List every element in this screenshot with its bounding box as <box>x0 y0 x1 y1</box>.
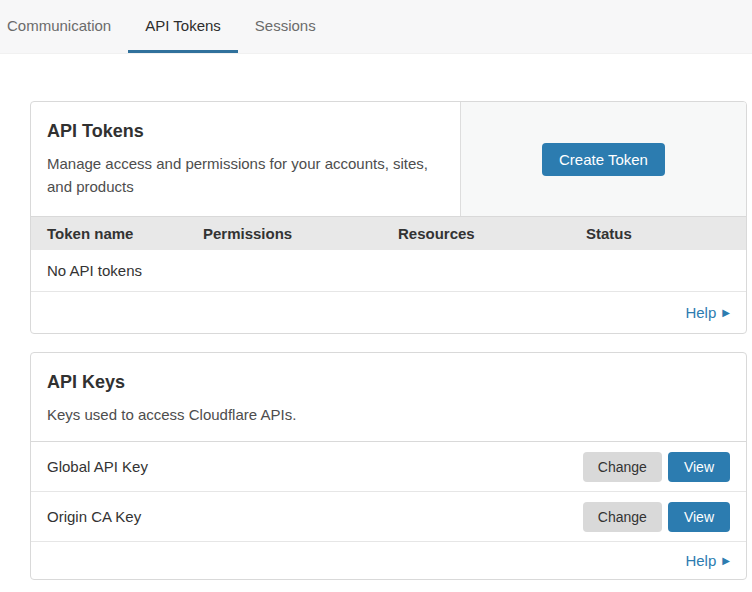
column-header-resources: Resources <box>398 225 586 242</box>
api-keys-card-header: API Keys Keys used to access Cloudflare … <box>31 353 746 442</box>
change-button-origin-ca-key[interactable]: Change <box>583 502 662 532</box>
create-token-button[interactable]: Create Token <box>542 143 665 176</box>
view-button-origin-ca-key[interactable]: View <box>668 502 730 532</box>
api-key-name-origin-ca: Origin CA Key <box>47 508 141 525</box>
api-tokens-card: API Tokens Manage access and permissions… <box>30 101 747 334</box>
arrow-right-icon: ▶ <box>722 556 730 566</box>
help-link-label: Help <box>685 552 716 569</box>
api-keys-card-description: Keys used to access Cloudflare APIs. <box>47 403 437 426</box>
api-tokens-card-title: API Tokens <box>47 121 444 142</box>
tab-bar: Communication API Tokens Sessions <box>0 0 752 54</box>
api-keys-help-row: Help ▶ <box>31 542 746 579</box>
arrow-right-icon: ▶ <box>722 308 730 318</box>
api-key-row-origin-ca: Origin CA Key Change View <box>31 492 746 542</box>
api-key-actions-global: Change View <box>583 452 730 482</box>
view-button-global-api-key[interactable]: View <box>668 452 730 482</box>
api-tokens-card-description: Manage access and permissions for your a… <box>47 152 437 199</box>
tab-sessions[interactable]: Sessions <box>238 0 333 53</box>
tab-communication[interactable]: Communication <box>0 0 128 53</box>
empty-tokens-message: No API tokens <box>31 250 746 292</box>
api-keys-card: API Keys Keys used to access Cloudflare … <box>30 352 747 580</box>
help-link-label: Help <box>685 304 716 321</box>
api-key-row-global: Global API Key Change View <box>31 442 746 492</box>
api-key-name-global: Global API Key <box>47 458 148 475</box>
column-header-status: Status <box>586 225 730 242</box>
api-tokens-help-row: Help ▶ <box>31 292 746 333</box>
page-content: API Tokens Manage access and permissions… <box>0 54 752 580</box>
api-tokens-card-action-panel: Create Token <box>460 102 746 216</box>
api-keys-help-link[interactable]: Help ▶ <box>685 552 730 569</box>
api-tokens-card-header-text: API Tokens Manage access and permissions… <box>31 102 460 216</box>
tab-api-tokens[interactable]: API Tokens <box>128 0 238 53</box>
column-header-token-name: Token name <box>47 225 203 242</box>
api-key-actions-origin-ca: Change View <box>583 502 730 532</box>
tokens-table-header: Token name Permissions Resources Status <box>31 216 746 250</box>
change-button-global-api-key[interactable]: Change <box>583 452 662 482</box>
api-keys-card-title: API Keys <box>47 372 730 393</box>
column-header-permissions: Permissions <box>203 225 398 242</box>
api-tokens-help-link[interactable]: Help ▶ <box>685 304 730 321</box>
api-tokens-card-header: API Tokens Manage access and permissions… <box>31 102 746 216</box>
